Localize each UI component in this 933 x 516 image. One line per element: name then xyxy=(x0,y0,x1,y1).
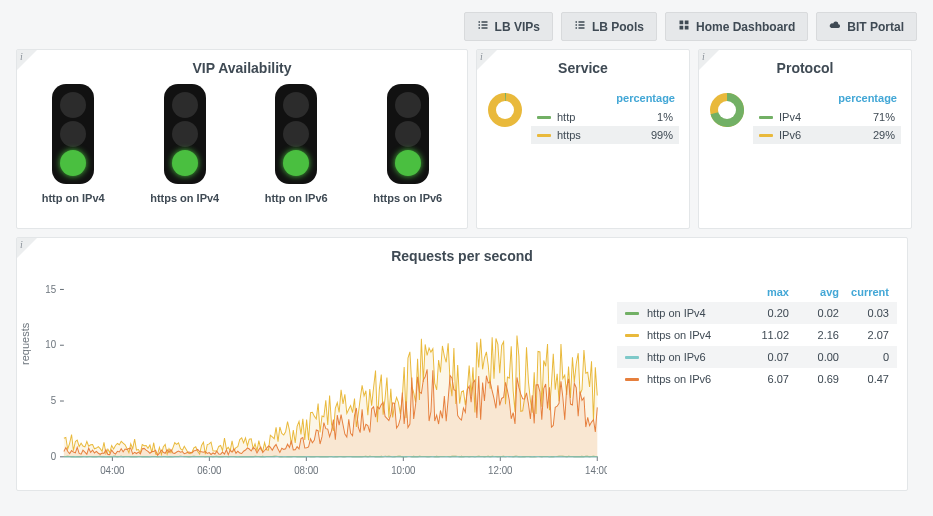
color-swatch xyxy=(625,312,639,315)
grid-icon xyxy=(678,19,690,34)
legend-value: 1% xyxy=(637,111,673,123)
svg-text:14:00: 14:00 xyxy=(585,464,607,475)
panel-protocol: Protocol percentage IPv471%IPv629% xyxy=(698,49,912,229)
legend-row[interactable]: https on IPv411.022.162.07 xyxy=(617,324,897,346)
legend-row[interactable]: http on IPv40.200.020.03 xyxy=(617,302,897,324)
yellow-bulb xyxy=(395,121,421,147)
green-bulb xyxy=(172,150,198,176)
legend-row[interactable]: https on IPv66.070.690.47 xyxy=(617,368,897,390)
panel-title: VIP Availability xyxy=(17,50,467,84)
traffic-light: https on IPv6 xyxy=(373,84,442,204)
traffic-light-label: https on IPv6 xyxy=(373,192,442,204)
legend-row[interactable]: IPv629% xyxy=(753,126,901,144)
info-icon[interactable] xyxy=(17,50,37,70)
legend-row[interactable]: https99% xyxy=(531,126,679,144)
series-name: http on IPv6 xyxy=(647,351,739,363)
svg-rect-14 xyxy=(679,26,683,30)
traffic-light-label: http on IPv4 xyxy=(42,192,105,204)
legend-name: http xyxy=(557,111,637,123)
series-name: http on IPv4 xyxy=(647,307,739,319)
legend-row[interactable]: IPv471% xyxy=(753,108,901,126)
svg-text:5: 5 xyxy=(51,395,57,406)
svg-text:0: 0 xyxy=(51,451,57,462)
legend-row[interactable]: http on IPv60.070.000 xyxy=(617,346,897,368)
top-row: VIP Availability http on IPv4https on IP… xyxy=(0,49,933,237)
svg-rect-7 xyxy=(578,21,584,23)
svg-rect-1 xyxy=(481,21,487,23)
series-max: 0.07 xyxy=(739,351,789,363)
legend-name: IPv6 xyxy=(779,129,859,141)
legend-value: 29% xyxy=(859,129,895,141)
svg-text:04:00: 04:00 xyxy=(100,464,125,475)
svg-text:12:00: 12:00 xyxy=(488,464,513,475)
pie-chart-service xyxy=(487,92,523,144)
svg-point-19 xyxy=(718,101,736,119)
legend-value: 71% xyxy=(859,111,895,123)
svg-rect-0 xyxy=(478,21,480,23)
nav-button-lb-pools[interactable]: LB Pools xyxy=(561,12,657,41)
column-header-avg: avg xyxy=(789,286,839,298)
svg-text:06:00: 06:00 xyxy=(197,464,222,475)
color-swatch xyxy=(537,116,551,119)
rps-chart[interactable]: requests 05101504:0006:0008:0010:0012:00… xyxy=(23,272,607,482)
info-icon[interactable] xyxy=(477,50,497,70)
traffic-light-body xyxy=(275,84,317,184)
series-current: 0.47 xyxy=(839,373,889,385)
green-bulb xyxy=(283,150,309,176)
green-bulb xyxy=(60,150,86,176)
legend-value: 99% xyxy=(637,129,673,141)
nav-button-bit-portal[interactable]: BIT Portal xyxy=(816,12,917,41)
column-header: percentage xyxy=(753,92,901,108)
series-current: 2.07 xyxy=(839,329,889,341)
svg-rect-15 xyxy=(685,26,689,30)
svg-rect-10 xyxy=(575,27,577,29)
color-swatch xyxy=(625,378,639,381)
pie-chart-protocol xyxy=(709,92,745,144)
nav-bar: LB VIPsLB PoolsHome DashboardBIT Portal xyxy=(0,0,933,49)
svg-rect-3 xyxy=(481,24,487,26)
yellow-bulb xyxy=(172,121,198,147)
info-icon[interactable] xyxy=(699,50,719,70)
nav-label: LB VIPs xyxy=(495,20,540,34)
svg-rect-12 xyxy=(679,21,683,25)
info-icon[interactable] xyxy=(17,238,37,258)
series-avg: 0.00 xyxy=(789,351,839,363)
traffic-light-body xyxy=(52,84,94,184)
series-avg: 2.16 xyxy=(789,329,839,341)
panel-vip-availability: VIP Availability http on IPv4https on IP… xyxy=(16,49,468,229)
svg-rect-9 xyxy=(578,24,584,26)
series-max: 6.07 xyxy=(739,373,789,385)
svg-text:10:00: 10:00 xyxy=(391,464,416,475)
svg-point-17 xyxy=(496,101,514,119)
panel-title: Service xyxy=(477,50,689,84)
list-icon xyxy=(574,19,586,34)
green-bulb xyxy=(395,150,421,176)
traffic-light-label: https on IPv4 xyxy=(150,192,219,204)
traffic-light-body xyxy=(164,84,206,184)
svg-rect-11 xyxy=(578,27,584,29)
nav-button-home-dashboard[interactable]: Home Dashboard xyxy=(665,12,808,41)
series-max: 11.02 xyxy=(739,329,789,341)
legend-name: IPv4 xyxy=(779,111,859,123)
bottom-row: Requests per second requests 05101504:00… xyxy=(0,237,933,499)
color-swatch xyxy=(625,334,639,337)
series-current: 0 xyxy=(839,351,889,363)
panel-title: Protocol xyxy=(699,50,911,84)
legend-row[interactable]: http1% xyxy=(531,108,679,126)
series-name: https on IPv6 xyxy=(647,373,739,385)
yellow-bulb xyxy=(283,121,309,147)
red-bulb xyxy=(172,92,198,118)
svg-rect-2 xyxy=(478,24,480,26)
column-header: percentage xyxy=(531,92,679,108)
traffic-light: http on IPv4 xyxy=(42,84,105,204)
rps-legend-table: max avg current http on IPv40.200.020.03… xyxy=(617,272,897,482)
nav-button-lb-vips[interactable]: LB VIPs xyxy=(464,12,553,41)
color-swatch xyxy=(537,134,551,137)
red-bulb xyxy=(283,92,309,118)
series-avg: 0.69 xyxy=(789,373,839,385)
red-bulb xyxy=(395,92,421,118)
nav-label: LB Pools xyxy=(592,20,644,34)
svg-rect-8 xyxy=(575,24,577,26)
y-axis-label: requests xyxy=(19,323,31,365)
svg-rect-5 xyxy=(481,27,487,29)
